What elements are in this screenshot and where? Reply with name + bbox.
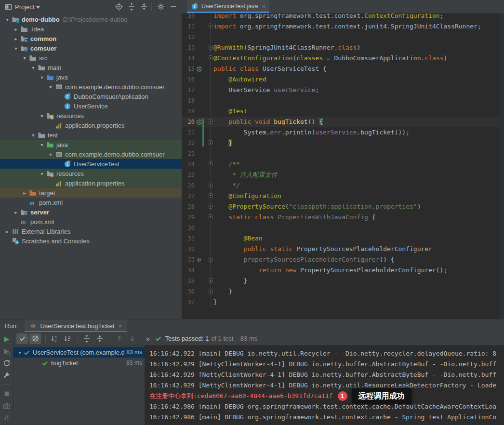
fold-end-icon[interactable]: ▴ [209, 289, 212, 293]
chevron-down-icon[interactable] [36, 6, 40, 9]
fold-start-icon[interactable]: ▾ [209, 193, 212, 198]
chevron-right-icon[interactable]: ▸ [20, 190, 29, 196]
chevron-down-icon[interactable]: ▾ [20, 55, 29, 61]
tree-item-userservice[interactable]: CUserService [0, 101, 182, 111]
tree-item-target[interactable]: ▸target [0, 188, 182, 198]
tree-item-java[interactable]: ▾java [0, 140, 182, 149]
tree-item-comsuer[interactable]: ▾comsuer [0, 43, 182, 53]
fold-end-icon[interactable]: ▴ [209, 55, 212, 60]
chevron-down-icon[interactable]: ▾ [16, 350, 23, 355]
code-line-13: 13▾@RunWith(SpringJUnit4ClassRunner.clas… [182, 42, 504, 53]
tool-window-icon[interactable] [5, 3, 12, 11]
previous-occurrence-button[interactable] [113, 333, 125, 344]
show-passed-button[interactable] [16, 333, 28, 344]
code-line-25: 25 * 注入配置文件 [182, 170, 504, 180]
fold-end-icon[interactable]: ▴ [209, 183, 212, 187]
tree-item-resources[interactable]: ▾resources [0, 111, 182, 120]
show-ignored-button[interactable] [29, 333, 41, 344]
fold-start-icon[interactable]: ▾ [209, 214, 212, 219]
line-number: 12 [182, 32, 195, 42]
project-view-selector[interactable]: Project [15, 3, 34, 11]
svg-text:C: C [66, 162, 68, 167]
more-actions-icon[interactable]: » [146, 335, 150, 343]
next-occurrence-button[interactable] [126, 333, 138, 344]
tree-item-external-libraries[interactable]: ▸External Libraries [0, 226, 182, 236]
editor-scrollbar[interactable] [500, 13, 504, 319]
collapse-all-icon[interactable] [139, 1, 149, 12]
chevron-down-icon[interactable]: ▾ [29, 65, 38, 70]
junit-config-icon [29, 322, 37, 330]
tree-item-scratches-and-consoles[interactable]: Scratches and Consoles [0, 236, 182, 246]
tree-item-userservicetest[interactable]: CUserServiceTest [0, 159, 182, 169]
tree-item-resources[interactable]: ▾resources [0, 169, 182, 178]
tree-item-test[interactable]: ▾test [0, 130, 182, 140]
toggle-auto-test-button[interactable] [1, 359, 12, 368]
chevron-down-icon[interactable]: ▾ [3, 17, 12, 22]
collapse-all-button[interactable] [94, 333, 106, 344]
test-result-bugticket[interactable]: bugTicket83 ms [13, 358, 145, 368]
chevron-down-icon[interactable]: ▾ [38, 113, 46, 119]
close-icon[interactable]: × [119, 323, 122, 329]
tree-item-pom-xml[interactable]: mpom.xml [0, 217, 182, 226]
tree-item-demo-dubbo[interactable]: ▾demo-dubboD:\Project\demo-dubbo [0, 14, 182, 24]
gutter-spacer [195, 233, 203, 244]
fold-start-icon[interactable]: ▾ [209, 45, 212, 50]
tree-item-application-properties[interactable]: application.properties [0, 178, 182, 188]
run-tab-bugticket[interactable]: UserServiceTest.bugTicket × [25, 319, 127, 332]
fold-start-icon[interactable]: ▾ [209, 257, 212, 262]
tree-item-com-example-demo-dubbo-comsuer[interactable]: ▾com.example.demo.dubbo.comsuer [0, 82, 182, 92]
line-number: 22 [182, 138, 195, 148]
chevron-right-icon[interactable]: ▸ [3, 229, 12, 234]
chevron-down-icon[interactable]: ▾ [12, 46, 20, 51]
tree-item-server[interactable]: ▸server [0, 207, 182, 217]
chevron-down-icon[interactable]: ▾ [38, 75, 46, 80]
run-console[interactable]: 16:16:42.922 [main] DEBUG io.netty.util.… [145, 345, 504, 425]
code-line-11: 11▴import org.springframework.test.conte… [182, 21, 504, 32]
chevron-right-icon[interactable]: ▸ [12, 210, 20, 215]
hide-panel-icon[interactable] [168, 1, 179, 12]
fold-end-icon[interactable]: ▴ [209, 278, 212, 283]
fold-end-icon[interactable]: ▴ [209, 204, 212, 209]
sort-by-duration-button[interactable] [62, 333, 73, 344]
tree-item-common[interactable]: ▸common [0, 34, 182, 43]
expand-all-icon[interactable] [126, 1, 137, 12]
fold-end-icon[interactable]: ▴ [209, 24, 212, 28]
capture-snapshot-button[interactable] [1, 401, 12, 411]
chevron-down-icon[interactable]: ▾ [46, 84, 55, 90]
fold-column: ▴ [203, 286, 210, 297]
chevron-down-icon[interactable]: ▾ [46, 152, 55, 157]
test-history-button[interactable] [1, 413, 12, 423]
fold-start-icon[interactable]: ▾ [209, 161, 212, 166]
editor-tab-userservicetest[interactable]: C UserServiceTest.java × [187, 0, 269, 13]
tree-item-pom-xml[interactable]: mpom.xml [0, 198, 182, 207]
expand-all-button[interactable] [81, 333, 93, 344]
tree-item-dubbocomsuerapplication[interactable]: CDubboComsuerApplication [0, 92, 182, 101]
tree-item-com-example-demo-dubbo-comsuer[interactable]: ▾com.example.demo.dubbo.comsuer [0, 149, 182, 159]
code-editor[interactable]: 10import org.springframework.test.contex… [182, 11, 504, 307]
select-opened-file-icon[interactable] [114, 1, 124, 12]
chevron-right-icon[interactable]: ▸ [12, 36, 20, 41]
chevron-right-icon[interactable]: ▸ [12, 27, 20, 32]
fold-end-icon[interactable]: ▴ [209, 140, 212, 145]
settings-icon[interactable] [156, 1, 166, 12]
test-result-userservicetest[interactable]: ▾UserServiceTest (com.example.de83 ms [13, 347, 145, 358]
chevron-down-icon[interactable]: ▾ [38, 171, 46, 176]
tree-item-src[interactable]: ▾src [0, 53, 182, 63]
passed-check-icon [155, 335, 162, 342]
tree-item-java[interactable]: ▾java [0, 72, 182, 82]
build-button[interactable] [1, 371, 12, 380]
rerun-failed-tests-button[interactable] [1, 346, 12, 356]
close-icon[interactable]: × [262, 3, 265, 10]
rerun-tests-button[interactable] [1, 334, 12, 344]
code-line-17: 17 UserService userService; [182, 85, 504, 95]
chevron-down-icon[interactable]: ▾ [29, 133, 38, 138]
tree-item-main[interactable]: ▾main [0, 63, 182, 72]
fold-start-icon[interactable]: ▾ [209, 119, 212, 124]
toolbar-separator [110, 335, 110, 343]
tree-item--idea[interactable]: ▸.idea [0, 24, 182, 34]
stop-button[interactable] [1, 389, 12, 398]
tree-item-application-properties[interactable]: application.properties [0, 120, 182, 130]
sort-alphabetically-button[interactable]: az [49, 333, 60, 344]
chevron-down-icon[interactable]: ▾ [38, 142, 46, 147]
run-test-gutter-icon[interactable] [195, 64, 203, 74]
